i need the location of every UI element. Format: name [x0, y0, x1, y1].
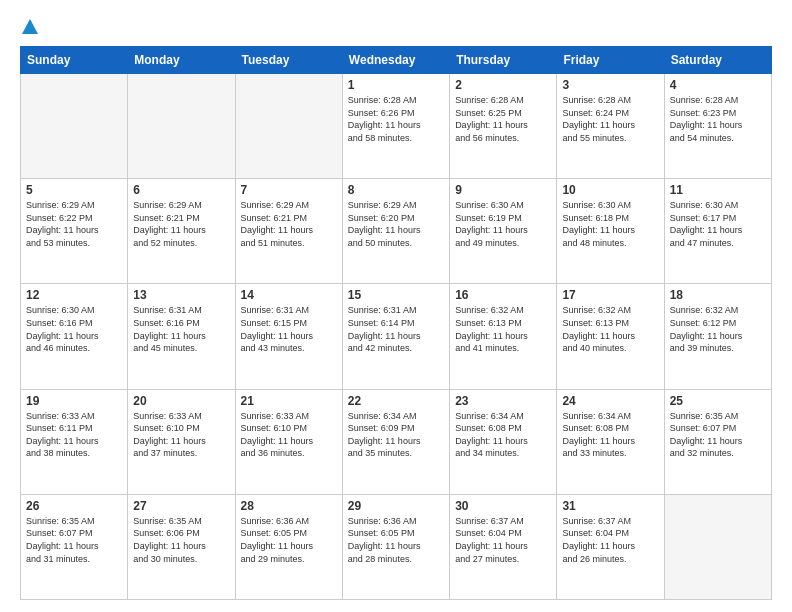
day-number: 28: [241, 499, 337, 513]
calendar-cell: 14Sunrise: 6:31 AM Sunset: 6:15 PM Dayli…: [235, 284, 342, 389]
calendar-cell: 4Sunrise: 6:28 AM Sunset: 6:23 PM Daylig…: [664, 74, 771, 179]
day-info: Sunrise: 6:29 AM Sunset: 6:21 PM Dayligh…: [133, 199, 229, 249]
weekday-header-saturday: Saturday: [664, 47, 771, 74]
day-info: Sunrise: 6:32 AM Sunset: 6:13 PM Dayligh…: [455, 304, 551, 354]
calendar-cell: 26Sunrise: 6:35 AM Sunset: 6:07 PM Dayli…: [21, 494, 128, 599]
day-info: Sunrise: 6:37 AM Sunset: 6:04 PM Dayligh…: [455, 515, 551, 565]
day-info: Sunrise: 6:30 AM Sunset: 6:18 PM Dayligh…: [562, 199, 658, 249]
day-number: 5: [26, 183, 122, 197]
day-number: 22: [348, 394, 444, 408]
day-number: 6: [133, 183, 229, 197]
day-number: 9: [455, 183, 551, 197]
calendar-cell: 27Sunrise: 6:35 AM Sunset: 6:06 PM Dayli…: [128, 494, 235, 599]
calendar-cell: [664, 494, 771, 599]
calendar-cell: 11Sunrise: 6:30 AM Sunset: 6:17 PM Dayli…: [664, 179, 771, 284]
day-info: Sunrise: 6:30 AM Sunset: 6:19 PM Dayligh…: [455, 199, 551, 249]
calendar-cell: 7Sunrise: 6:29 AM Sunset: 6:21 PM Daylig…: [235, 179, 342, 284]
day-info: Sunrise: 6:32 AM Sunset: 6:13 PM Dayligh…: [562, 304, 658, 354]
day-info: Sunrise: 6:35 AM Sunset: 6:07 PM Dayligh…: [670, 410, 766, 460]
weekday-header-thursday: Thursday: [450, 47, 557, 74]
day-info: Sunrise: 6:28 AM Sunset: 6:25 PM Dayligh…: [455, 94, 551, 144]
calendar-cell: 19Sunrise: 6:33 AM Sunset: 6:11 PM Dayli…: [21, 389, 128, 494]
day-info: Sunrise: 6:35 AM Sunset: 6:06 PM Dayligh…: [133, 515, 229, 565]
day-info: Sunrise: 6:31 AM Sunset: 6:16 PM Dayligh…: [133, 304, 229, 354]
calendar-week-row: 26Sunrise: 6:35 AM Sunset: 6:07 PM Dayli…: [21, 494, 772, 599]
day-info: Sunrise: 6:32 AM Sunset: 6:12 PM Dayligh…: [670, 304, 766, 354]
day-number: 13: [133, 288, 229, 302]
day-number: 11: [670, 183, 766, 197]
day-info: Sunrise: 6:33 AM Sunset: 6:11 PM Dayligh…: [26, 410, 122, 460]
day-number: 31: [562, 499, 658, 513]
day-info: Sunrise: 6:34 AM Sunset: 6:09 PM Dayligh…: [348, 410, 444, 460]
calendar-cell: 1Sunrise: 6:28 AM Sunset: 6:26 PM Daylig…: [342, 74, 449, 179]
calendar-cell: 18Sunrise: 6:32 AM Sunset: 6:12 PM Dayli…: [664, 284, 771, 389]
calendar-cell: 3Sunrise: 6:28 AM Sunset: 6:24 PM Daylig…: [557, 74, 664, 179]
calendar-cell: 30Sunrise: 6:37 AM Sunset: 6:04 PM Dayli…: [450, 494, 557, 599]
day-info: Sunrise: 6:28 AM Sunset: 6:24 PM Dayligh…: [562, 94, 658, 144]
day-number: 17: [562, 288, 658, 302]
day-info: Sunrise: 6:37 AM Sunset: 6:04 PM Dayligh…: [562, 515, 658, 565]
calendar-cell: [21, 74, 128, 179]
day-number: 26: [26, 499, 122, 513]
day-number: 20: [133, 394, 229, 408]
calendar-cell: 20Sunrise: 6:33 AM Sunset: 6:10 PM Dayli…: [128, 389, 235, 494]
day-number: 8: [348, 183, 444, 197]
day-number: 15: [348, 288, 444, 302]
day-number: 25: [670, 394, 766, 408]
calendar-week-row: 1Sunrise: 6:28 AM Sunset: 6:26 PM Daylig…: [21, 74, 772, 179]
calendar-cell: 22Sunrise: 6:34 AM Sunset: 6:09 PM Dayli…: [342, 389, 449, 494]
svg-marker-0: [22, 19, 38, 34]
day-info: Sunrise: 6:29 AM Sunset: 6:22 PM Dayligh…: [26, 199, 122, 249]
day-number: 23: [455, 394, 551, 408]
day-info: Sunrise: 6:29 AM Sunset: 6:20 PM Dayligh…: [348, 199, 444, 249]
calendar-cell: 25Sunrise: 6:35 AM Sunset: 6:07 PM Dayli…: [664, 389, 771, 494]
day-number: 2: [455, 78, 551, 92]
logo-icon: [21, 18, 39, 36]
calendar-cell: 16Sunrise: 6:32 AM Sunset: 6:13 PM Dayli…: [450, 284, 557, 389]
calendar-cell: 9Sunrise: 6:30 AM Sunset: 6:19 PM Daylig…: [450, 179, 557, 284]
calendar-cell: 12Sunrise: 6:30 AM Sunset: 6:16 PM Dayli…: [21, 284, 128, 389]
calendar-cell: [235, 74, 342, 179]
calendar-cell: 29Sunrise: 6:36 AM Sunset: 6:05 PM Dayli…: [342, 494, 449, 599]
page: SundayMondayTuesdayWednesdayThursdayFrid…: [0, 0, 792, 612]
day-number: 7: [241, 183, 337, 197]
calendar-week-row: 19Sunrise: 6:33 AM Sunset: 6:11 PM Dayli…: [21, 389, 772, 494]
day-number: 19: [26, 394, 122, 408]
calendar-cell: 15Sunrise: 6:31 AM Sunset: 6:14 PM Dayli…: [342, 284, 449, 389]
day-number: 1: [348, 78, 444, 92]
day-number: 3: [562, 78, 658, 92]
day-number: 12: [26, 288, 122, 302]
day-info: Sunrise: 6:36 AM Sunset: 6:05 PM Dayligh…: [348, 515, 444, 565]
calendar-cell: 5Sunrise: 6:29 AM Sunset: 6:22 PM Daylig…: [21, 179, 128, 284]
day-info: Sunrise: 6:33 AM Sunset: 6:10 PM Dayligh…: [133, 410, 229, 460]
day-info: Sunrise: 6:30 AM Sunset: 6:16 PM Dayligh…: [26, 304, 122, 354]
day-info: Sunrise: 6:28 AM Sunset: 6:26 PM Dayligh…: [348, 94, 444, 144]
calendar-cell: 23Sunrise: 6:34 AM Sunset: 6:08 PM Dayli…: [450, 389, 557, 494]
weekday-header-wednesday: Wednesday: [342, 47, 449, 74]
day-info: Sunrise: 6:28 AM Sunset: 6:23 PM Dayligh…: [670, 94, 766, 144]
weekday-header-row: SundayMondayTuesdayWednesdayThursdayFrid…: [21, 47, 772, 74]
day-info: Sunrise: 6:35 AM Sunset: 6:07 PM Dayligh…: [26, 515, 122, 565]
calendar-cell: 10Sunrise: 6:30 AM Sunset: 6:18 PM Dayli…: [557, 179, 664, 284]
day-info: Sunrise: 6:29 AM Sunset: 6:21 PM Dayligh…: [241, 199, 337, 249]
day-info: Sunrise: 6:33 AM Sunset: 6:10 PM Dayligh…: [241, 410, 337, 460]
calendar-cell: 13Sunrise: 6:31 AM Sunset: 6:16 PM Dayli…: [128, 284, 235, 389]
calendar-week-row: 12Sunrise: 6:30 AM Sunset: 6:16 PM Dayli…: [21, 284, 772, 389]
calendar-cell: 8Sunrise: 6:29 AM Sunset: 6:20 PM Daylig…: [342, 179, 449, 284]
day-number: 16: [455, 288, 551, 302]
day-number: 10: [562, 183, 658, 197]
calendar-cell: 21Sunrise: 6:33 AM Sunset: 6:10 PM Dayli…: [235, 389, 342, 494]
calendar-cell: [128, 74, 235, 179]
weekday-header-sunday: Sunday: [21, 47, 128, 74]
calendar-cell: 6Sunrise: 6:29 AM Sunset: 6:21 PM Daylig…: [128, 179, 235, 284]
day-info: Sunrise: 6:34 AM Sunset: 6:08 PM Dayligh…: [562, 410, 658, 460]
day-number: 14: [241, 288, 337, 302]
calendar-table: SundayMondayTuesdayWednesdayThursdayFrid…: [20, 46, 772, 600]
weekday-header-monday: Monday: [128, 47, 235, 74]
day-info: Sunrise: 6:36 AM Sunset: 6:05 PM Dayligh…: [241, 515, 337, 565]
day-info: Sunrise: 6:31 AM Sunset: 6:14 PM Dayligh…: [348, 304, 444, 354]
day-number: 21: [241, 394, 337, 408]
calendar-cell: 31Sunrise: 6:37 AM Sunset: 6:04 PM Dayli…: [557, 494, 664, 599]
day-info: Sunrise: 6:30 AM Sunset: 6:17 PM Dayligh…: [670, 199, 766, 249]
calendar-cell: 28Sunrise: 6:36 AM Sunset: 6:05 PM Dayli…: [235, 494, 342, 599]
